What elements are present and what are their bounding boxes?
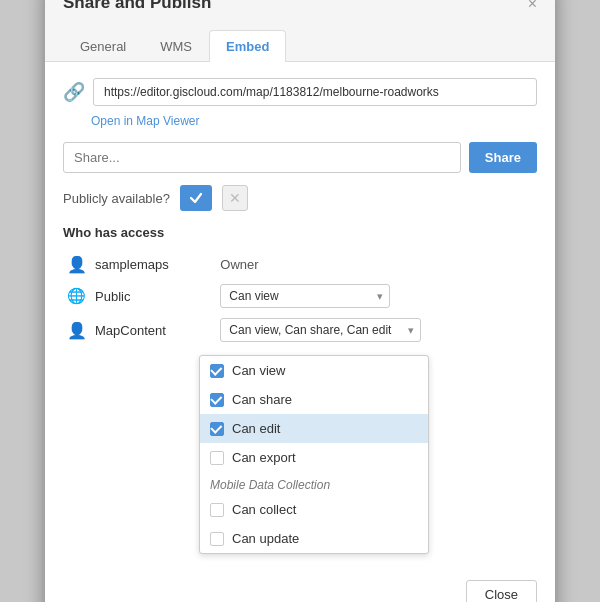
table-row: 👤 MapContent Can view, Can share, Can ed… (63, 313, 537, 347)
dropdown-item-can-export[interactable]: Can export (200, 443, 428, 472)
person-icon-mapcontent: 👤 (63, 313, 91, 347)
who-has-access-label: Who has access (63, 225, 537, 240)
x-icon: ✕ (229, 190, 241, 206)
mapcontent-role-select-wrapper: Can view, Can share, Can edit (220, 318, 421, 342)
publicly-available-label: Publicly available? (63, 191, 170, 206)
url-row: 🔗 (63, 78, 537, 106)
can-share-label: Can share (232, 392, 292, 407)
toggle-no-button[interactable]: ✕ (222, 185, 248, 211)
table-row: 👤 samplemaps Owner (63, 250, 537, 279)
share-button[interactable]: Share (469, 142, 537, 173)
person-icon: 👤 (63, 250, 91, 279)
checkbox-can-view[interactable] (210, 364, 224, 378)
share-row: Share (63, 142, 537, 173)
checkbox-can-update[interactable] (210, 532, 224, 546)
close-button[interactable]: Close (466, 580, 537, 602)
checkbox-can-collect[interactable] (210, 503, 224, 517)
modal-title: Share and Publish (63, 0, 286, 25)
access-table: 👤 samplemaps Owner 🌐 Public Can view (63, 250, 537, 347)
link-icon: 🔗 (63, 81, 85, 103)
modal-footer: Close (45, 570, 555, 602)
mobile-data-collection-label: Mobile Data Collection (200, 472, 428, 495)
checkbox-can-share[interactable] (210, 393, 224, 407)
can-edit-label: Can edit (232, 421, 280, 436)
dropdown-item-can-view[interactable]: Can view (200, 356, 428, 385)
public-role-select-wrapper: Can view (220, 284, 390, 308)
user-name-samplemaps: samplemaps (91, 250, 216, 279)
dropdown-item-can-collect[interactable]: Can collect (200, 495, 428, 524)
can-view-label: Can view (232, 363, 285, 378)
close-x-button[interactable]: × (528, 0, 537, 13)
checkbox-can-edit[interactable] (210, 422, 224, 436)
modal-header: Share and Publish General WMS Embed × (45, 0, 555, 62)
modal-body: 🔗 Open in Map Viewer Share Publicly avai… (45, 62, 555, 570)
checkmark-icon (189, 191, 203, 205)
user-name-public: Public (91, 279, 216, 313)
url-input[interactable] (93, 78, 537, 106)
mapcontent-role-select[interactable]: Can view, Can share, Can edit (220, 318, 421, 342)
share-publish-modal: Share and Publish General WMS Embed × 🔗 … (45, 0, 555, 602)
user-name-mapcontent: MapContent (91, 313, 216, 347)
open-map-viewer-link[interactable]: Open in Map Viewer (91, 114, 537, 128)
role-owner: Owner (216, 250, 537, 279)
permissions-dropdown: Can view Can share Can edit Can export M… (199, 355, 429, 554)
can-collect-label: Can collect (232, 502, 296, 517)
checkbox-can-export[interactable] (210, 451, 224, 465)
tab-embed[interactable]: Embed (209, 30, 286, 62)
globe-icon: 🌐 (63, 279, 91, 313)
dropdown-item-can-update[interactable]: Can update (200, 524, 428, 553)
can-update-label: Can update (232, 531, 299, 546)
can-export-label: Can export (232, 450, 296, 465)
tab-wms[interactable]: WMS (143, 30, 209, 62)
dropdown-item-can-share[interactable]: Can share (200, 385, 428, 414)
publicly-available-row: Publicly available? ✕ (63, 185, 537, 211)
share-input[interactable] (63, 142, 461, 173)
toggle-yes-button[interactable] (180, 185, 212, 211)
tab-general[interactable]: General (63, 30, 143, 62)
tab-bar: General WMS Embed (63, 29, 286, 61)
table-row: 🌐 Public Can view (63, 279, 537, 313)
public-role-select[interactable]: Can view (220, 284, 390, 308)
dropdown-item-can-edit[interactable]: Can edit (200, 414, 428, 443)
